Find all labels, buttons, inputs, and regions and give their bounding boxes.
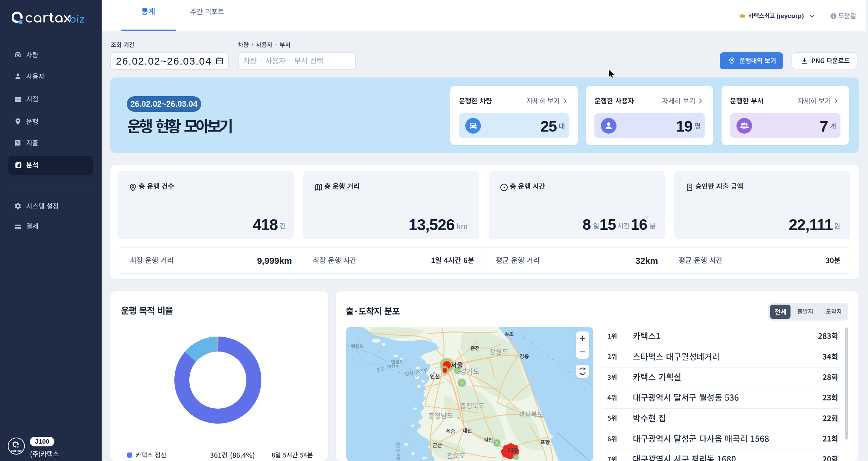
svg-text:W: W bbox=[16, 140, 20, 144]
